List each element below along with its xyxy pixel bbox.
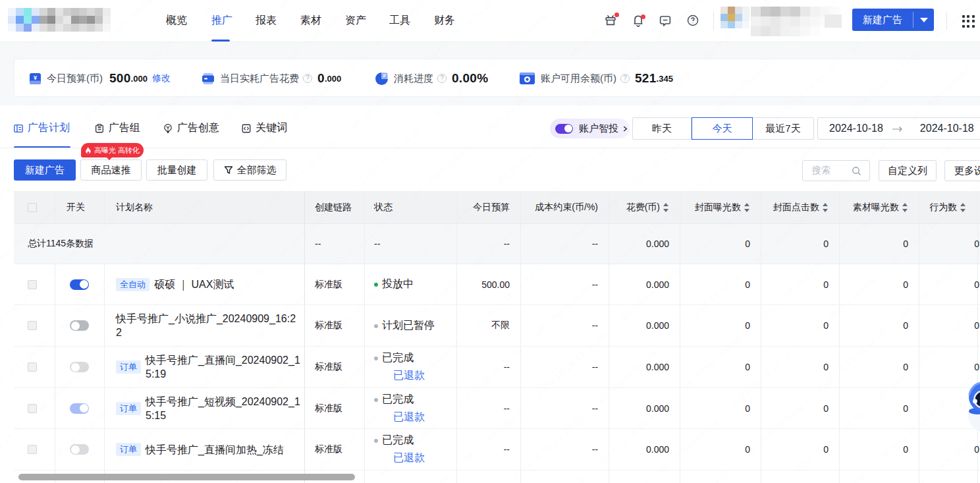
svg-text:¥: ¥ <box>34 74 37 81</box>
